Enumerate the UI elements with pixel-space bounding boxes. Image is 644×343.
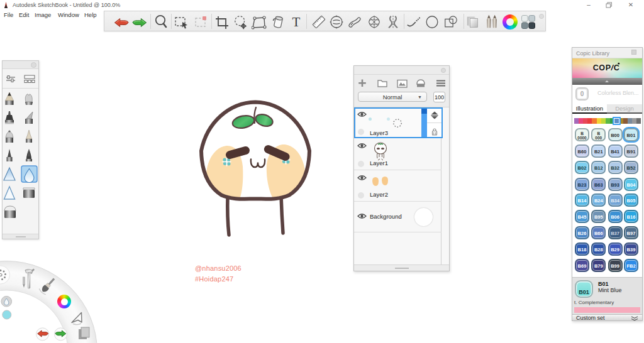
svg-text:T: T	[292, 14, 301, 30]
